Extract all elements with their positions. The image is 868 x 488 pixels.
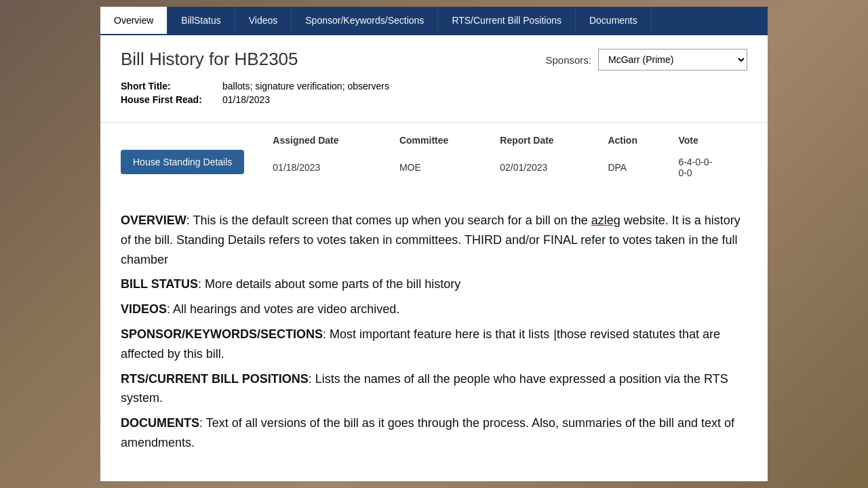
videos-paragraph: VIDEOS: All hearings and votes are video… — [121, 300, 747, 319]
overview-label: OVERVIEW — [121, 214, 186, 227]
short-title-value: ballots; signature verification; observe… — [222, 81, 389, 92]
bill-header: Bill History for HB2305 Sponsors: McGarr… — [100, 35, 768, 123]
billstatus-paragraph: BILL STATUS: More details about some par… — [121, 274, 747, 294]
tab-overview[interactable]: Overview — [100, 7, 167, 34]
cell-assigned-date: 01/18/2023 — [264, 151, 391, 184]
cell-report-date: 02/01/2023 — [492, 151, 599, 184]
house-standing-details-button[interactable]: House Standing Details — [121, 150, 244, 174]
bill-title: Bill History for HB2305 — [121, 49, 298, 70]
videos-text: : All hearings and votes are video archi… — [167, 302, 399, 316]
nav-tabs: Overview BillStatus Videos Sponsor/Keywo… — [100, 7, 768, 35]
azleg-link[interactable]: azleg — [591, 214, 620, 227]
cell-committee: MOE — [391, 151, 492, 184]
tab-documents[interactable]: Documents — [576, 7, 652, 34]
videos-label: VIDEOS — [121, 302, 167, 316]
tab-billstatus[interactable]: BillStatus — [167, 7, 235, 34]
rts-label: RTS/CURRENT BILL POSITIONS — [121, 372, 309, 386]
documents-text: : Text of all versions of the bill as it… — [121, 416, 734, 449]
billstatus-label: BILL STATUS — [121, 277, 198, 291]
documents-paragraph: DOCUMENTS: Text of all versions of the b… — [121, 413, 747, 453]
tab-sponsor[interactable]: Sponsor/Keywords/Sections — [292, 7, 438, 34]
house-first-read-value: 01/18/2023 — [222, 94, 270, 105]
overview-text: : This is the default screen that comes … — [121, 214, 741, 266]
col-header-report-date: Report Date — [492, 129, 599, 151]
cursor-indicator — [553, 327, 557, 341]
standing-section: House Standing Details Assigned Date Com… — [100, 123, 768, 197]
sponsors-select[interactable]: McGarr (Prime) — [598, 49, 747, 70]
standing-table: Assigned Date Committee Report Date Acti… — [264, 129, 747, 184]
col-header-committee: Committee — [391, 129, 492, 151]
tab-rts[interactable]: RTS/Current Bill Positions — [438, 7, 576, 34]
col-header-vote: Vote — [670, 129, 747, 151]
sponsor-paragraph: SPONSOR/KEYWORDS/SECTIONS: Most importan… — [121, 325, 747, 364]
billstatus-text: : More details about some parts of the b… — [198, 277, 460, 291]
table-row: 01/18/2023 MOE 02/01/2023 DPA 6-4-0-0-0-… — [264, 151, 747, 184]
sponsor-label: SPONSOR/KEYWORDS/SECTIONS — [121, 327, 323, 341]
col-header-action: Action — [599, 129, 670, 151]
tab-videos[interactable]: Videos — [235, 7, 292, 34]
short-title-label: Short Title: — [121, 81, 216, 92]
house-first-read-label: House First Read: — [121, 94, 216, 105]
sponsors-label: Sponsors: — [545, 54, 591, 66]
bill-meta: Short Title: ballots; signature verifica… — [121, 81, 747, 105]
cell-vote: 6-4-0-0-0-0 — [670, 151, 747, 184]
documents-label: DOCUMENTS — [121, 416, 199, 430]
col-header-assigned-date: Assigned Date — [264, 129, 391, 151]
rts-paragraph: RTS/CURRENT BILL POSITIONS: Lists the na… — [121, 369, 747, 409]
main-container: Overview BillStatus Videos Sponsor/Keywo… — [100, 7, 768, 481]
overview-paragraph: OVERVIEW: This is the default screen tha… — [121, 211, 747, 269]
cell-action: DPA — [599, 151, 670, 184]
overview-content: OVERVIEW: This is the default screen tha… — [100, 197, 768, 472]
